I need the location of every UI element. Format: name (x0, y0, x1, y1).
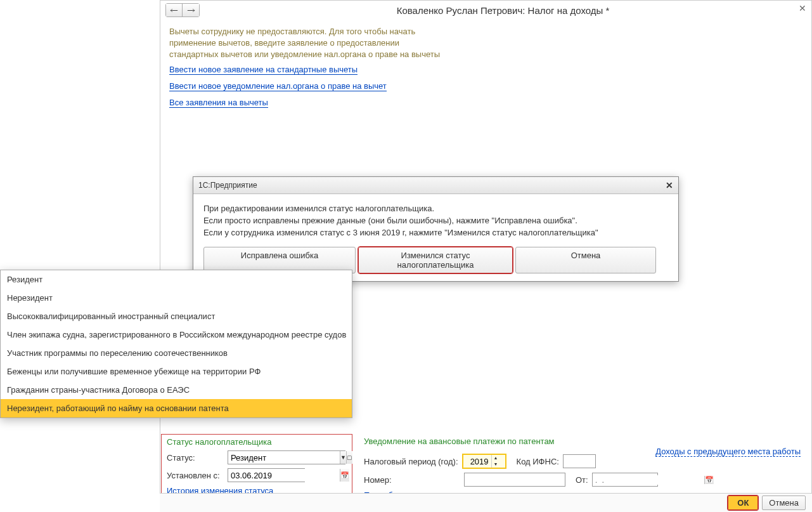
year-spinner[interactable]: ▲▼ (491, 455, 500, 468)
status-changed-button[interactable]: Изменился статус налогоплательщика (358, 247, 513, 273)
ifns-label: Код ИФНС: (517, 457, 559, 466)
dd-item-resettlement[interactable]: Участник программы по переселению соотеч… (1, 344, 352, 362)
period-label: Налоговый период (год): (364, 457, 458, 466)
dialog-line2: Если просто исправлены прежние данные (о… (203, 215, 668, 227)
link-all-requests[interactable]: Все заявления на вычеты (169, 98, 268, 108)
dd-item-refugee[interactable]: Беженцы или получившие временное убежище… (1, 362, 352, 381)
ifns-input[interactable] (563, 454, 596, 468)
footer: ОК Отмена (160, 493, 812, 512)
dialog-body: При редактировании изменился статус нало… (193, 194, 678, 281)
status-label: Статус: (167, 453, 224, 463)
status-combo[interactable]: ▼ ▢ (228, 450, 345, 464)
spin-down-icon[interactable]: ▼ (491, 461, 500, 468)
combo-open-icon[interactable]: ▢ (346, 451, 352, 464)
date-set-field[interactable]: 📅 (228, 468, 305, 482)
date-set-label: Установлен с: (167, 471, 224, 480)
spin-up-icon[interactable]: ▲ (491, 455, 500, 461)
prev-income-link[interactable]: Доходы с предыдущего места работы (655, 447, 801, 457)
dialog-title-text: 1С:Предприятие (198, 181, 257, 190)
status-dropdown-list: Резидент Нерезидент Высококвалифицирован… (0, 270, 352, 418)
from-label: От: (576, 475, 588, 485)
number-input[interactable] (464, 473, 565, 487)
from-date-input[interactable] (593, 475, 704, 485)
dd-item-hq-specialist[interactable]: Высококвалифицированный иностранный спец… (1, 307, 352, 325)
dd-item-patent[interactable]: Нерезидент, работающий по найму на основ… (1, 399, 352, 417)
from-date-field[interactable]: 📅 (592, 473, 658, 487)
calendar-icon[interactable]: 📅 (340, 469, 349, 482)
forward-button[interactable]: 🡒 (183, 4, 199, 16)
dialog-close-icon[interactable]: ✕ (666, 180, 673, 190)
ok-button[interactable]: ОК (728, 496, 758, 510)
close-icon[interactable]: ✕ (799, 3, 806, 13)
dialog-message: При редактировании изменился статус нало… (203, 203, 668, 239)
dd-item-ship-crew[interactable]: Член экипажа судна, зарегистрированного … (1, 325, 352, 344)
dd-item-nonresident[interactable]: Нерезидент (1, 289, 352, 307)
nav-buttons: 🡐 🡒 (165, 3, 200, 17)
from-calendar-icon[interactable]: 📅 (704, 476, 714, 484)
status-group-title: Статус налогоплательщика (167, 437, 271, 447)
link-new-standard[interactable]: Ввести новое заявление на стандартные вы… (169, 65, 358, 75)
titlebar: 🡐 🡒 Коваленко Руслан Петрович: Налог на … (160, 1, 811, 20)
notice-group-title: Уведомление на авансовые платежи по пате… (364, 437, 555, 446)
info-text: Вычеты сотруднику не предоставляются. Дл… (169, 26, 442, 61)
link-new-notice[interactable]: Ввести новое уведомление нал.органа о пр… (169, 81, 387, 91)
footer-cancel-button[interactable]: Отмена (762, 496, 806, 510)
dialog-line1: При редактировании изменился статус нало… (203, 203, 668, 215)
year-field[interactable]: ▲▼ (462, 454, 506, 469)
dialog-titlebar: 1С:Предприятие ✕ (193, 177, 678, 194)
date-set-input[interactable] (228, 469, 340, 482)
content-area: Вычеты сотруднику не предоставляются. Дл… (160, 20, 811, 121)
back-button[interactable]: 🡐 (166, 4, 183, 16)
dd-item-resident[interactable]: Резидент (1, 270, 352, 289)
status-input[interactable] (228, 451, 340, 464)
confirmation-dialog: 1С:Предприятие ✕ При редактировании изме… (193, 176, 679, 282)
dd-item-eaeu[interactable]: Гражданин страны-участника Договора о ЕА… (1, 381, 352, 399)
number-label: Номер: (364, 475, 396, 485)
year-input[interactable] (463, 457, 491, 466)
dialog-cancel-button[interactable]: Отмена (515, 247, 656, 273)
dialog-line3: Если у сотрудника изменился статус с 3 и… (203, 227, 668, 239)
combo-dropdown-icon[interactable]: ▼ (340, 451, 346, 464)
window-title: Коваленко Руслан Петрович: Налог на дохо… (200, 5, 806, 16)
